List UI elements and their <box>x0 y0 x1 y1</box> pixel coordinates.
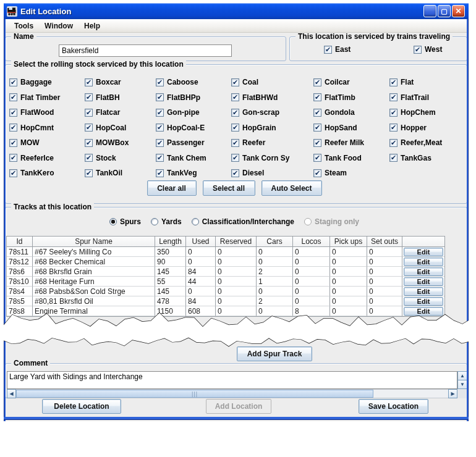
checkbox-checked-icon[interactable]: ✔ <box>389 78 397 86</box>
checkbox-checked-icon[interactable]: ✔ <box>313 78 321 86</box>
menu-window[interactable]: Window <box>40 20 78 31</box>
location-name-input[interactable]: Bakersfield <box>59 44 232 57</box>
track-type-radio-spurs[interactable]: Spurs <box>109 217 141 226</box>
checkbox-checked-icon[interactable]: ✔ <box>9 93 17 101</box>
track-type-radio-staging-only[interactable]: Staging only <box>304 217 359 226</box>
title-bar[interactable]: Edit Location _ ▢ ✕ <box>4 3 469 19</box>
rolling-stock-checkbox-item[interactable]: ✔Diesel <box>231 169 313 177</box>
checkbox-checked-icon[interactable]: ✔ <box>9 139 17 147</box>
column-header[interactable]: Id <box>7 237 33 247</box>
checkbox-checked-icon[interactable]: ✔ <box>389 109 397 117</box>
checkbox-checked-icon[interactable]: ✔ <box>156 93 164 101</box>
checkbox-checked-icon[interactable]: ✔ <box>156 139 164 147</box>
checkbox-checked-icon[interactable]: ✔ <box>231 124 239 132</box>
edit-track-button[interactable]: Edit <box>404 248 443 256</box>
checkbox-checked-icon[interactable]: ✔ <box>313 169 321 177</box>
checkbox-checked-icon[interactable]: ✔ <box>9 124 17 132</box>
rolling-stock-checkbox-item[interactable]: ✔HopSand <box>313 124 389 132</box>
checkbox-checked-icon[interactable]: ✔ <box>9 154 17 162</box>
rolling-stock-checkbox-item[interactable]: ✔Baggage <box>9 78 85 86</box>
checkbox-checked-icon[interactable]: ✔ <box>85 78 93 86</box>
direction-east[interactable]: ✔ East <box>324 45 351 54</box>
edit-track-button[interactable]: Edit <box>404 267 443 276</box>
rolling-stock-checkbox-item[interactable]: ✔FlatWood <box>9 108 85 117</box>
scroll-right-button[interactable]: ▶ <box>448 389 457 398</box>
checkbox-checked-icon[interactable]: ✔ <box>9 169 17 177</box>
rolling-stock-checkbox-item[interactable]: ✔Reefer <box>231 138 313 147</box>
delete-location-button[interactable]: Delete Location <box>42 399 121 414</box>
rolling-stock-checkbox-item[interactable]: ✔MOW <box>9 138 85 147</box>
rolling-stock-checkbox-item[interactable]: ✔Flatcar <box>85 108 156 117</box>
checkbox-checked-icon[interactable]: ✔ <box>231 93 239 101</box>
radio-icon[interactable] <box>151 218 158 225</box>
checkbox-checked-icon[interactable]: ✔ <box>85 139 93 147</box>
rolling-stock-checkbox-item[interactable]: ✔Boxcar <box>85 78 156 86</box>
add-location-button[interactable]: Add Location <box>206 399 271 414</box>
menu-help[interactable]: Help <box>79 20 105 31</box>
add-spur-track-button[interactable]: Add Spur Track <box>237 346 312 361</box>
checkbox-checked-icon[interactable]: ✔ <box>313 139 321 147</box>
column-header[interactable]: Spur Name <box>33 237 155 247</box>
checkbox-checked-icon[interactable]: ✔ <box>231 154 239 162</box>
track-type-radio-classification-interchange[interactable]: Classification/Interchange <box>192 217 294 226</box>
column-header[interactable]: Cars <box>257 237 293 247</box>
rolling-stock-checkbox-item[interactable]: ✔HopChem <box>389 108 464 117</box>
rolling-stock-checkbox-item[interactable]: ✔TankOil <box>85 169 156 177</box>
checkbox-checked-icon[interactable]: ✔ <box>231 139 239 147</box>
track-type-radio-yards[interactable]: Yards <box>151 217 182 226</box>
scroll-up-button[interactable]: ▲ <box>457 371 467 380</box>
direction-west[interactable]: ✔ West <box>414 45 442 54</box>
edit-track-button[interactable]: Edit <box>404 277 443 286</box>
rolling-stock-checkbox-item[interactable]: ✔Tank Chem <box>156 154 231 162</box>
checkbox-checked-icon[interactable]: ✔ <box>231 109 239 117</box>
rolling-stock-checkbox-item[interactable]: ✔TankVeg <box>156 169 231 177</box>
checkbox-checked-icon[interactable]: ✔ <box>313 124 321 132</box>
auto-select-button[interactable]: Auto Select <box>261 180 322 196</box>
checkbox-checked-icon[interactable]: ✔ <box>156 78 164 86</box>
checkbox-checked-icon[interactable]: ✔ <box>85 154 93 162</box>
checkbox-checked-icon[interactable]: ✔ <box>9 78 17 86</box>
checkbox-checked-icon[interactable]: ✔ <box>324 46 332 54</box>
menu-tools[interactable]: Tools <box>9 20 38 31</box>
rolling-stock-checkbox-item[interactable]: ✔HopCmnt <box>9 124 85 132</box>
rolling-stock-checkbox-item[interactable]: ✔Caboose <box>156 78 231 86</box>
horizontal-scrollbar-thumb[interactable]: ||| <box>16 390 373 398</box>
rolling-stock-checkbox-item[interactable]: ✔Tank Food <box>313 154 389 162</box>
checkbox-checked-icon[interactable]: ✔ <box>156 109 164 117</box>
checkbox-checked-icon[interactable]: ✔ <box>156 169 164 177</box>
select-all-button[interactable]: Select all <box>203 180 255 196</box>
column-header[interactable]: Reserved <box>216 237 257 247</box>
rolling-stock-checkbox-item[interactable]: ✔Reefer,Meat <box>389 138 464 147</box>
rolling-stock-checkbox-item[interactable]: ✔Gondola <box>313 108 389 117</box>
maximize-button[interactable]: ▢ <box>438 5 451 17</box>
column-header[interactable]: Pick ups <box>330 237 367 247</box>
comment-textarea[interactable]: Large Yard with Sidings and Interchange <box>7 371 457 389</box>
rolling-stock-checkbox-item[interactable]: ✔HopGrain <box>231 124 313 132</box>
checkbox-checked-icon[interactable]: ✔ <box>85 109 93 117</box>
rolling-stock-checkbox-item[interactable]: ✔TankGas <box>389 154 464 162</box>
edit-track-button[interactable]: Edit <box>404 307 443 316</box>
column-header[interactable]: Locos <box>293 237 330 247</box>
rolling-stock-checkbox-item[interactable]: ✔FlatTrail <box>389 93 464 102</box>
checkbox-checked-icon[interactable]: ✔ <box>389 139 397 147</box>
rolling-stock-checkbox-item[interactable]: ✔Stock <box>85 154 156 162</box>
rolling-stock-checkbox-item[interactable]: ✔FlatTimb <box>313 93 389 102</box>
checkbox-checked-icon[interactable]: ✔ <box>231 78 239 86</box>
checkbox-checked-icon[interactable]: ✔ <box>389 93 397 101</box>
scroll-down-button[interactable]: ▼ <box>457 380 467 389</box>
checkbox-checked-icon[interactable]: ✔ <box>156 124 164 132</box>
checkbox-checked-icon[interactable]: ✔ <box>231 169 239 177</box>
checkbox-checked-icon[interactable]: ✔ <box>85 169 93 177</box>
rolling-stock-checkbox-item[interactable]: ✔FlatBHWd <box>231 93 313 102</box>
rolling-stock-checkbox-item[interactable]: ✔ReeferIce <box>9 154 85 162</box>
column-header[interactable]: Used <box>186 237 216 247</box>
column-header[interactable] <box>402 237 444 247</box>
edit-track-button[interactable]: Edit <box>404 297 443 306</box>
rolling-stock-checkbox-item[interactable]: ✔Passenger <box>156 138 231 147</box>
rolling-stock-checkbox-item[interactable]: ✔Coilcar <box>313 78 389 86</box>
checkbox-checked-icon[interactable]: ✔ <box>9 109 17 117</box>
rolling-stock-checkbox-item[interactable]: ✔Gon-scrap <box>231 108 313 117</box>
rolling-stock-checkbox-item[interactable]: ✔Gon-pipe <box>156 108 231 117</box>
rolling-stock-checkbox-item[interactable]: ✔FlatBHPp <box>156 93 231 102</box>
radio-icon[interactable] <box>192 218 199 225</box>
